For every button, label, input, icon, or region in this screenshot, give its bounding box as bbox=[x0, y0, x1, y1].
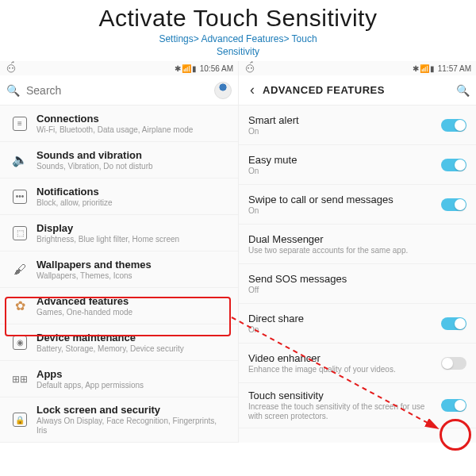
row-dual-messenger[interactable]: Dual MessengerUse two separate accounts … bbox=[239, 225, 476, 264]
back-button[interactable]: ‹ bbox=[245, 82, 259, 98]
row-video-enhancer[interactable]: Video enhancerEnhance the image quality … bbox=[239, 344, 476, 383]
row-swipe-call[interactable]: Swipe to call or send messagesOn bbox=[239, 185, 476, 225]
header-title: ADVANCED FEATURES bbox=[263, 84, 456, 96]
reddit-icon bbox=[5, 61, 17, 74]
toggle-direct-share[interactable] bbox=[441, 317, 466, 330]
connections-icon: ≡ bbox=[13, 117, 27, 131]
svg-point-1 bbox=[9, 67, 10, 69]
row-easy-mute[interactable]: Easy muteOn bbox=[239, 145, 476, 185]
advanced-icon: ✿ bbox=[13, 299, 27, 313]
battery-icon: ▮ bbox=[192, 64, 197, 73]
svg-point-3 bbox=[13, 62, 14, 63]
row-sounds[interactable]: 🔈Sounds and vibrationSounds, Vibration, … bbox=[0, 142, 238, 178]
bluetooth-icon: ✱ bbox=[413, 64, 419, 73]
row-connections[interactable]: ≡ConnectionsWi-Fi, Bluetooth, Data usage… bbox=[0, 106, 238, 142]
search-bar[interactable]: 🔍 bbox=[0, 75, 238, 106]
bluetooth-icon: ✱ bbox=[175, 64, 181, 73]
page-title: Activate Touch Sensitivity bbox=[0, 5, 476, 32]
sound-icon: 🔈 bbox=[13, 153, 27, 167]
screen-settings: ✱📶▮ 10:56 AM 🔍 ≡ConnectionsWi-Fi, Blueto… bbox=[0, 61, 238, 443]
toggle-easy-mute[interactable] bbox=[441, 159, 466, 171]
row-maintenance[interactable]: ◉Device maintenanceBattery, Storage, Mem… bbox=[0, 324, 238, 361]
maintenance-icon: ◉ bbox=[13, 336, 27, 350]
reddit-icon bbox=[244, 61, 256, 74]
search-icon[interactable]: 🔍 bbox=[456, 84, 470, 97]
signal-icon: 📶 bbox=[420, 64, 429, 73]
status-time: 10:56 AM bbox=[200, 64, 233, 73]
avatar[interactable] bbox=[214, 82, 232, 99]
svg-point-4 bbox=[246, 65, 253, 72]
svg-point-5 bbox=[248, 67, 249, 69]
svg-point-6 bbox=[251, 67, 252, 69]
row-advanced[interactable]: ✿Advanced featuresGames, One-handed mode bbox=[0, 288, 238, 324]
search-icon: 🔍 bbox=[6, 84, 20, 97]
breadcrumb: Settings> Advanced Features> Touch Sensi… bbox=[0, 33, 476, 58]
toggle-swipe-call[interactable] bbox=[441, 198, 466, 211]
row-lock[interactable]: 🔒Lock screen and securityAlways On Displ… bbox=[0, 397, 238, 443]
row-apps[interactable]: ⊞⊞AppsDefault apps, App permissions bbox=[0, 361, 238, 397]
wallpaper-icon: 🖌 bbox=[13, 263, 27, 277]
toggle-video-enhancer[interactable] bbox=[441, 357, 466, 370]
features-list: Smart alertOn Easy muteOn Swipe to call … bbox=[239, 106, 476, 428]
status-bar: ✱📶▮ 11:57 AM bbox=[239, 61, 476, 75]
toggle-touch-sensitivity[interactable] bbox=[441, 399, 466, 412]
row-wallpapers[interactable]: 🖌Wallpapers and themesWallpapers, Themes… bbox=[0, 251, 238, 288]
status-bar: ✱📶▮ 10:56 AM bbox=[0, 61, 238, 75]
display-icon: ⬚ bbox=[13, 226, 27, 240]
apps-icon: ⊞⊞ bbox=[13, 372, 27, 386]
svg-point-7 bbox=[251, 62, 253, 63]
row-direct-share[interactable]: Direct shareOn bbox=[239, 304, 476, 344]
instruction-header: Activate Touch Sensitivity Settings> Adv… bbox=[0, 0, 476, 61]
screen-header: ‹ ADVANCED FEATURES 🔍 bbox=[239, 75, 476, 106]
search-input[interactable] bbox=[26, 84, 214, 97]
row-touch-sensitivity[interactable]: Touch sensitivityIncrease the touch sens… bbox=[239, 383, 476, 428]
settings-list: ≡ConnectionsWi-Fi, Bluetooth, Data usage… bbox=[0, 106, 238, 443]
lock-icon: 🔒 bbox=[13, 413, 27, 427]
svg-point-2 bbox=[12, 67, 13, 69]
signal-icon: 📶 bbox=[182, 64, 191, 73]
notifications-icon: ••• bbox=[13, 190, 27, 204]
toggle-smart-alert[interactable] bbox=[441, 119, 466, 132]
battery-icon: ▮ bbox=[430, 64, 435, 73]
row-smart-alert[interactable]: Smart alertOn bbox=[239, 106, 476, 145]
row-sos[interactable]: Send SOS messagesOff bbox=[239, 264, 476, 304]
svg-point-0 bbox=[7, 65, 14, 72]
screen-advanced-features: ✱📶▮ 11:57 AM ‹ ADVANCED FEATURES 🔍 Smart… bbox=[238, 61, 476, 443]
row-display[interactable]: ⬚DisplayBrightness, Blue light filter, H… bbox=[0, 215, 238, 251]
status-time: 11:57 AM bbox=[438, 64, 471, 73]
row-notifications[interactable]: •••NotificationsBlock, allow, prioritize bbox=[0, 178, 238, 215]
